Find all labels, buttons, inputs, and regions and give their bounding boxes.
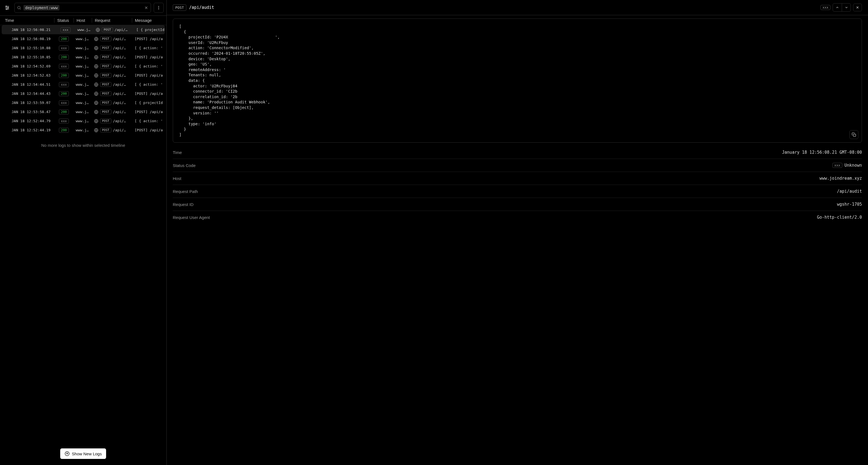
chevron-down-icon <box>844 5 848 9</box>
cell-status: 200 <box>54 110 73 115</box>
col-header-status[interactable]: Status <box>54 18 73 23</box>
detail-header: POST /api/audit xxx <box>167 0 868 15</box>
cell-status: 200 <box>54 73 73 78</box>
globe-icon <box>94 101 98 105</box>
globe-icon <box>94 82 98 87</box>
log-row[interactable]: JAN 18 12:55:10.85200www.j…POST/api/…[PO… <box>0 53 166 62</box>
close-button[interactable] <box>853 4 862 11</box>
col-header-time[interactable]: Time <box>0 18 54 23</box>
cell-host: www.j… <box>73 128 92 132</box>
cell-path: /api/… <box>113 92 126 96</box>
meta-label: Request Path <box>173 189 198 194</box>
globe-icon <box>94 119 98 123</box>
cell-time: JAN 18 12:56:08.19 <box>0 37 54 41</box>
method-badge: POST <box>100 100 112 105</box>
cell-time: JAN 18 12:55:10.88 <box>0 46 54 50</box>
cell-host: www.j… <box>73 55 92 59</box>
cell-time: JAN 18 12:52:44.79 <box>0 119 54 123</box>
svg-point-5 <box>6 8 7 9</box>
log-rows: JAN 18 12:56:08.21xxxwww.j…POST/api/…[ {… <box>0 25 166 465</box>
log-row[interactable]: JAN 18 12:52:44.79xxxwww.j…POST/api/…[ {… <box>0 116 166 125</box>
meta-value: wgshr-1705 <box>837 202 862 207</box>
cell-path: /api/… <box>113 37 126 41</box>
more-vertical-icon <box>156 5 161 10</box>
search-chip[interactable]: deployment:www <box>24 5 59 10</box>
method-badge: POST <box>102 27 113 32</box>
detail-body: [ { projectId: 'P2U4X', userId: 'U2RcFbu… <box>167 15 868 465</box>
cell-message: [ { projectId <box>132 101 166 105</box>
globe-icon <box>94 64 98 68</box>
cell-message: [ { action: ' <box>132 119 166 123</box>
cell-status: xxx <box>54 45 73 51</box>
globe-icon <box>94 46 98 50</box>
globe-icon <box>94 73 98 78</box>
show-new-logs-button[interactable]: Show New Logs <box>60 448 106 459</box>
meta-row-request-path: Request Path /api/audit <box>173 185 862 198</box>
detail-method-badge: POST <box>173 4 186 11</box>
log-row[interactable]: JAN 18 12:56:08.19200www.j…POST/api/…[PO… <box>0 34 166 43</box>
log-row[interactable]: JAN 18 12:55:10.88xxxwww.j…POST/api/…[ {… <box>0 43 166 53</box>
cell-time: JAN 18 12:56:08.21 <box>2 28 56 32</box>
log-row[interactable]: JAN 18 12:54:44.51xxxwww.j…POST/api/…[ {… <box>0 80 166 89</box>
log-row[interactable]: JAN 18 12:53:58.47200www.j…POST/api/…[PO… <box>0 107 166 116</box>
log-row[interactable]: JAN 18 12:54:52.69xxxwww.j…POST/api/…[ {… <box>0 62 166 71</box>
status-badge: xxx <box>59 64 69 69</box>
clear-icon[interactable] <box>144 5 149 10</box>
cell-host: www.j… <box>73 46 92 50</box>
globe-icon <box>94 55 98 59</box>
cell-message: [ { action: ' <box>132 46 166 50</box>
meta-label: Request ID <box>173 202 193 207</box>
cell-path: /api/… <box>113 101 126 105</box>
status-badge: 200 <box>59 128 69 133</box>
status-badge: xxx <box>59 45 69 51</box>
copy-button[interactable] <box>849 130 858 139</box>
next-button[interactable] <box>842 4 850 11</box>
cell-message: [ { action: ' <box>132 82 166 87</box>
cell-host: www.j… <box>73 92 92 96</box>
filter-button[interactable] <box>3 3 11 12</box>
method-badge: POST <box>100 128 112 132</box>
search-input-wrap[interactable]: deployment:www <box>14 3 151 13</box>
log-row[interactable]: JAN 18 12:52:44.19200www.j…POST/api/…[PO… <box>0 125 166 135</box>
cell-message: [ { projectId <box>133 28 165 32</box>
status-badge: xxx <box>832 163 842 168</box>
method-badge: POST <box>100 91 112 96</box>
log-row[interactable]: JAN 18 12:54:44.43200www.j…POST/api/…[PO… <box>0 89 166 98</box>
cell-request: POST/api/… <box>92 110 132 114</box>
svg-point-6 <box>18 6 20 9</box>
sliders-icon <box>4 5 10 10</box>
cell-path: /api/… <box>113 46 126 50</box>
cell-host: www.j… <box>73 119 92 123</box>
cell-status: xxx <box>56 27 75 32</box>
cell-time: JAN 18 12:52:44.19 <box>0 128 54 132</box>
detail-path: /api/audit <box>189 5 818 10</box>
cell-request: POST/api/… <box>92 55 132 59</box>
method-badge: POST <box>100 73 112 78</box>
cell-path: /api/… <box>113 110 126 114</box>
cell-request: POST/api/… <box>92 73 132 78</box>
cell-status: 200 <box>54 36 73 41</box>
cell-status: xxx <box>54 100 73 105</box>
close-icon <box>856 5 860 9</box>
log-row[interactable]: JAN 18 12:53:59.07xxxwww.j…POST/api/…[ {… <box>0 98 166 107</box>
more-button[interactable] <box>154 3 164 13</box>
col-header-message[interactable]: Message <box>132 18 166 23</box>
prev-button[interactable] <box>833 4 842 11</box>
log-row[interactable]: JAN 18 12:54:52.63200www.j…POST/api/…[PO… <box>0 71 166 80</box>
col-header-host[interactable]: Host <box>73 18 92 23</box>
svg-rect-29 <box>854 134 856 136</box>
code-block[interactable]: [ { projectId: 'P2U4X', userId: 'U2RcFbu… <box>173 19 862 143</box>
meta-label: Time <box>173 150 182 155</box>
meta-row-user-agent: Request User Agent Go-http-client/2.0 <box>173 211 862 224</box>
meta-row-status: Status Code xxx Unknown <box>173 159 862 172</box>
cell-path: /api/… <box>113 64 126 68</box>
log-row[interactable]: JAN 18 12:56:08.21xxxwww.j…POST/api/…[ {… <box>2 25 165 34</box>
upload-icon <box>65 451 70 456</box>
cell-path: /api/… <box>113 128 126 132</box>
cell-request: POST/api/… <box>92 36 132 41</box>
meta-row-time: Time January 18 12:56:08.21 GMT-08:00 <box>173 146 862 159</box>
col-header-request[interactable]: Request <box>92 18 132 23</box>
cell-host: www.j… <box>73 37 92 41</box>
globe-icon <box>94 128 98 132</box>
cell-status: 200 <box>54 55 73 60</box>
